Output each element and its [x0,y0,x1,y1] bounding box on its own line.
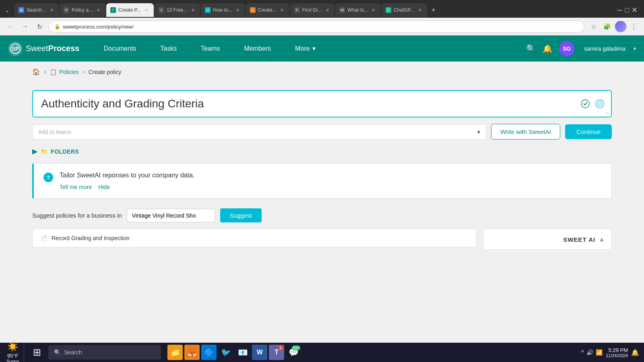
nav-teams[interactable]: Teams [189,35,232,62]
taskbar-weather: ☀️ 95°F Sunny [5,341,24,362]
volume-icon[interactable]: 🔊 [586,349,593,356]
bookmark-button[interactable]: ☆ [588,21,599,32]
tab-favicon-howto: H [205,7,211,13]
taskbar-app-twitter[interactable]: 🐦 [218,345,233,360]
banner-links: Tell me more Hide [60,184,602,190]
tab-firstdr[interactable]: F First Dr... ✕ [290,3,335,17]
tab-close-search[interactable]: ✕ [48,7,55,13]
url-bar[interactable]: 🔒 sweetprocess.com/policy/new/ [48,21,584,33]
chevron-down-icon: ▾ [312,45,316,52]
minimize-button[interactable]: ─ [617,6,622,14]
save-icon [581,99,590,108]
tab-close-whatis[interactable]: ✕ [370,7,377,13]
notification-button[interactable]: 🔔 [631,349,639,356]
taskbar-search-text: Search [64,349,82,356]
tab-close-chatgp[interactable]: ✕ [417,7,423,13]
add-tab-button[interactable]: + [428,4,439,16]
tab-13free[interactable]: 1 13 Free... ✕ [155,3,200,17]
suggestion-item-1[interactable]: 📄 Record Grading and Inspection [32,229,477,247]
tab-favicon-policy: P [64,7,69,13]
banner-text-area: Tailor SweetAI reponses to your company … [60,172,602,190]
extensions-button[interactable]: 🧩 [601,21,613,32]
tab-close-howto[interactable]: ✕ [235,7,241,13]
sweetai-banner: ? Tailor SweetAI reponses to your compan… [32,163,612,199]
tab-close-create2[interactable]: ✕ [279,7,285,13]
taskbar-clock[interactable]: 5:29 PM 11/24/2024 [606,347,628,358]
tab-title-policy: Policy a... [72,7,93,13]
tab-list-btn[interactable]: ⌄ [3,6,11,14]
nav-bell-button[interactable]: 🔔 [543,44,553,53]
teams-badge: 1 [278,346,283,350]
breadcrumb-policies[interactable]: 📋 Policies [50,69,78,75]
title-icons [580,98,605,109]
suggest-input[interactable] [127,209,215,222]
resize-handle[interactable]: ⊿ [605,111,610,115]
tab-close-create[interactable]: ✕ [143,7,150,13]
forward-button[interactable]: → [19,21,31,32]
nav-documents[interactable]: Documents [91,35,148,62]
tab-title-chatgp: ChatGP... [394,7,414,13]
network-icon[interactable]: 📶 [596,349,603,356]
profile-button[interactable] [615,21,626,32]
suggest-button[interactable]: Suggest [220,208,262,222]
suggestion-doc-icon: 📄 [41,235,47,241]
taskbar-app-firefox[interactable]: 🦊 [184,345,200,360]
write-sweetai-button[interactable]: Write with SweetAI [491,124,560,140]
lock-icon: 🔒 [54,24,60,29]
refresh-button[interactable]: ↻ [34,21,45,32]
tab-create[interactable]: C Create P... ✕ [106,3,154,17]
logo[interactable]: SP Sweet Process [8,41,79,56]
nav-tasks[interactable]: Tasks [148,35,189,62]
continue-button[interactable]: Continue [565,124,612,139]
tab-close-policy[interactable]: ✕ [95,7,101,13]
tab-policy[interactable]: P Policy a... ✕ [60,3,105,17]
panel-collapse-icon[interactable]: ▲ [599,236,605,243]
tab-chatgp[interactable]: C ChatGP... ✕ [382,3,427,17]
tab-whatis[interactable]: W What Is... ✕ [335,3,381,17]
maximize-button[interactable]: □ [625,6,629,14]
nav-more[interactable]: More ▾ [283,35,327,62]
teams-dropdown-arrow: ▾ [477,129,480,135]
breadcrumb-current: Create policy [89,69,122,75]
taskbar-app-outlook[interactable]: 📧 [235,345,250,360]
folders-row[interactable]: ▶ 📁 FOLDERS [32,148,612,155]
tab-howto[interactable]: H How to... ✕ [201,3,245,17]
nav-members[interactable]: Members [232,35,283,62]
close-button[interactable]: ✕ [632,6,638,14]
taskbar-app-word[interactable]: W [252,345,267,360]
taskbar-search-bar[interactable]: 🔍 Search [48,345,161,360]
back-button[interactable]: ← [5,21,16,32]
tab-favicon-create: C [110,7,116,13]
hide-link[interactable]: Hide [98,184,110,190]
taskbar-search-icon: 🔍 [54,349,61,356]
svg-point-3 [581,100,589,108]
teams-icon: T [275,349,279,356]
system-tray-icon[interactable]: ^ [581,349,584,356]
tab-close-firstdr[interactable]: ✕ [324,7,330,13]
tell-me-more-link[interactable]: Tell me more [60,184,92,190]
folders-label: FOLDERS [51,148,79,155]
tab-favicon-create2: C [250,7,256,13]
title-icon-1[interactable] [580,98,591,109]
taskbar-app-teams[interactable]: T 1 [269,345,284,360]
user-avatar[interactable]: SG [559,41,574,56]
title-icon-2[interactable] [594,98,605,109]
breadcrumb-home[interactable]: 🏠 [32,68,40,76]
tab-title-search: Search... [27,7,46,13]
title-input[interactable] [41,97,591,110]
tab-close-13free[interactable]: ✕ [190,7,196,13]
teams-select[interactable]: Add to teams ▾ [32,124,486,140]
user-chevron-icon[interactable]: ▾ [634,46,636,51]
main-content: ⊿ Add to teams ▾ Write with SweetAI Cont… [0,82,644,258]
taskbar-app-file-explorer[interactable]: 📁 [167,345,183,360]
taskbar-app-whatsapp[interactable]: 💬 99+ [286,345,301,360]
browser-menu-button[interactable]: ⋮ [629,22,639,31]
tab-create2[interactable]: C Create... ✕ [246,3,289,17]
sys-icons: ^ 🔊 📶 [581,349,603,356]
folders-chevron-icon: ▶ [32,148,37,155]
tab-search[interactable]: G Search... ✕ [14,3,59,17]
taskbar-app-edge[interactable]: 🔷 [201,345,217,360]
nav-search-button[interactable]: 🔍 [526,44,536,53]
title-input-container: ⊿ [32,90,612,117]
start-button[interactable]: ⊞ [29,344,45,360]
